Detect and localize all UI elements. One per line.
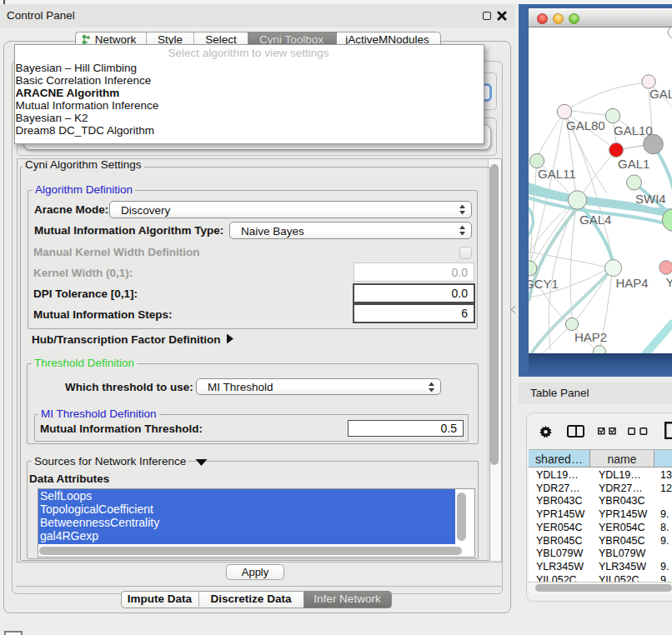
svg-text:GAL10: GAL10 [614,123,653,138]
svg-text:SWI4: SWI4 [635,192,666,206]
svg-text:GAL11: GAL11 [538,167,576,181]
svg-text:GCY1: GCY1 [529,277,559,291]
svg-text:HAP4: HAP4 [616,276,649,290]
svg-text:GAL1: GAL1 [618,157,649,171]
svg-text:GAL80: GAL80 [566,118,605,132]
svg-text:HAP2: HAP2 [574,330,607,344]
svg-text:Y: Y [666,275,672,289]
svg-text:GAL2: GAL2 [649,87,672,101]
svg-text:GAL4: GAL4 [579,212,611,227]
